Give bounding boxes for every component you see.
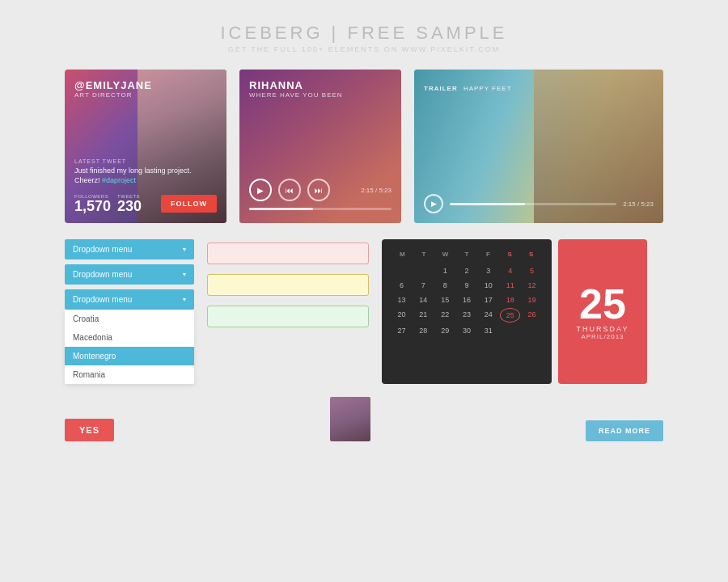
calendar-day[interactable]: 23 bbox=[457, 308, 477, 323]
avatar bbox=[330, 397, 370, 441]
calendar-day[interactable]: 29 bbox=[435, 324, 455, 337]
dropdown-item-croatia[interactable]: Croatia bbox=[65, 310, 194, 328]
read-more-button[interactable]: READ MORE bbox=[586, 420, 663, 441]
music-progress-bar bbox=[249, 208, 392, 210]
tweet-label: LATEST TWEET bbox=[74, 158, 217, 164]
tweets-value: 230 bbox=[117, 199, 142, 213]
calendar-day[interactable]: 12 bbox=[522, 279, 542, 292]
music-prev-button[interactable]: ⏮ bbox=[278, 179, 301, 201]
calendar-day[interactable]: 20 bbox=[392, 308, 412, 323]
music-artist: RIHANNA bbox=[249, 79, 392, 91]
dropdown-button-1[interactable]: Dropdown menu ▾ bbox=[65, 239, 194, 259]
page-title: ICEBERG | FREE SAMPLE bbox=[0, 23, 728, 44]
music-song: WHERE HAVE YOU BEEN bbox=[249, 91, 392, 99]
music-controls: ▶ ⏮ ⏭ 2:15 / 5:23 bbox=[249, 179, 392, 201]
dropdown-label-3: Dropdown menu bbox=[73, 295, 132, 304]
calendar-day[interactable]: 8 bbox=[435, 279, 455, 292]
dropdown-label-2: Dropdown menu bbox=[73, 270, 132, 279]
calendar-day[interactable]: 3 bbox=[478, 264, 498, 277]
dropdown-menu: Croatia Macedonia Montenegro Romania bbox=[65, 310, 194, 384]
calendar-day[interactable]: 27 bbox=[392, 324, 412, 337]
profile-card: @EMILYJANE ART DIRECTOR LATEST TWEET Jus… bbox=[65, 70, 226, 223]
calendar-day[interactable]: 4 bbox=[500, 264, 520, 277]
calendar-day[interactable]: 9 bbox=[457, 279, 477, 292]
video-title: HAPPY FEET bbox=[463, 85, 512, 92]
date-month-year: APRIL/2013 bbox=[581, 333, 624, 340]
calendar-day[interactable]: 10 bbox=[478, 279, 498, 292]
calendar-day[interactable]: 1 bbox=[435, 264, 455, 277]
tweet-text: Just finished my long lasting project. C… bbox=[74, 166, 217, 186]
video-type: TRAILER bbox=[424, 85, 458, 92]
calendar-day[interactable]: 11 bbox=[500, 279, 520, 292]
calendar-day[interactable]: 28 bbox=[413, 324, 434, 337]
video-play-button[interactable]: ▶ bbox=[424, 194, 443, 213]
date-number: 25 bbox=[579, 283, 626, 325]
bottom-row: YES READ MORE bbox=[0, 384, 728, 441]
follow-button[interactable]: FOLLOW bbox=[161, 195, 217, 213]
cal-tue: T bbox=[413, 249, 435, 259]
calendar-day bbox=[500, 324, 520, 337]
calendar-grid: 1234567891011121314151617181920212223242… bbox=[392, 264, 542, 337]
date-day-name: THURSDAY bbox=[577, 325, 629, 333]
calendar-day[interactable]: 30 bbox=[457, 324, 477, 337]
dropdown-item-romania[interactable]: Romania bbox=[65, 365, 194, 384]
tweets-stat: TWEETS 230 bbox=[117, 194, 142, 213]
success-input[interactable] bbox=[207, 306, 369, 327]
calendar-day[interactable]: 24 bbox=[478, 308, 498, 323]
cal-thu: T bbox=[456, 249, 478, 259]
video-time: 2:15 / 5:23 bbox=[623, 200, 654, 208]
dropdown-button-2[interactable]: Dropdown menu ▾ bbox=[65, 264, 194, 285]
calendar-day[interactable]: 18 bbox=[500, 293, 520, 306]
lower-section: Dropdown menu ▾ Dropdown menu ▾ Dropdown… bbox=[0, 223, 728, 384]
video-controls: ▶ 2:15 / 5:23 bbox=[424, 194, 654, 213]
calendar-day[interactable]: 13 bbox=[392, 293, 412, 306]
dropdown-item-montenegro[interactable]: Montenegro bbox=[65, 347, 194, 365]
calendar-day[interactable]: 21 bbox=[413, 308, 434, 323]
calendar-day[interactable]: 6 bbox=[392, 279, 412, 292]
video-progress-bar bbox=[450, 203, 616, 205]
input-column bbox=[207, 239, 369, 384]
video-content: TRAILER HAPPY FEET ▶ 2:15 / 5:23 bbox=[414, 70, 663, 223]
header: ICEBERG | FREE SAMPLE GET THE FULL 100+ … bbox=[0, 0, 728, 61]
hashtag: #daproject bbox=[102, 176, 136, 184]
tweet-section: LATEST TWEET Just finished my long lasti… bbox=[74, 158, 217, 186]
date-display: 25 THURSDAY APRIL/2013 bbox=[558, 239, 647, 384]
music-play-button[interactable]: ▶ bbox=[249, 179, 272, 201]
cal-mon: M bbox=[392, 249, 413, 259]
dropdown-column: Dropdown menu ▾ Dropdown menu ▾ Dropdown… bbox=[65, 239, 194, 384]
profile-content: @EMILYJANE ART DIRECTOR LATEST TWEET Jus… bbox=[65, 70, 226, 223]
followers-stat: FOLLOWERS 1,570 bbox=[74, 194, 111, 213]
video-progress-fill bbox=[450, 203, 525, 205]
calendar-day[interactable]: 16 bbox=[457, 293, 477, 306]
calendar-day[interactable]: 15 bbox=[435, 293, 455, 306]
cal-wed: W bbox=[434, 249, 456, 259]
error-input[interactable] bbox=[207, 242, 369, 264]
cal-sun: S bbox=[520, 249, 542, 259]
calendar-day[interactable]: 19 bbox=[522, 293, 542, 306]
calendar-day[interactable]: 2 bbox=[457, 264, 477, 277]
calendar-day[interactable]: 7 bbox=[413, 279, 434, 292]
calendar-day bbox=[413, 264, 434, 277]
cal-sat: S bbox=[499, 249, 521, 259]
calendar-day[interactable]: 17 bbox=[478, 293, 498, 306]
yes-button[interactable]: YES bbox=[65, 419, 114, 441]
calendar-day[interactable]: 22 bbox=[435, 308, 455, 323]
music-time: 2:15 / 5:23 bbox=[361, 187, 392, 194]
calendar-widget: M T W T F S S 12345678910111213141516171… bbox=[382, 239, 552, 384]
profile-header: @EMILYJANE ART DIRECTOR bbox=[74, 79, 217, 99]
chevron-down-icon-3: ▾ bbox=[183, 296, 186, 303]
warning-input[interactable] bbox=[207, 274, 369, 296]
calendar-day[interactable]: 31 bbox=[478, 324, 498, 337]
music-next-button[interactable]: ⏭ bbox=[307, 179, 330, 201]
dropdown-button-3[interactable]: Dropdown menu ▾ bbox=[65, 289, 194, 310]
calendar-day[interactable]: 14 bbox=[413, 293, 434, 306]
profile-name: @EMILYJANE bbox=[74, 79, 217, 91]
music-progress-fill bbox=[249, 208, 313, 210]
cards-row: @EMILYJANE ART DIRECTOR LATEST TWEET Jus… bbox=[0, 70, 728, 223]
video-label: TRAILER HAPPY FEET bbox=[424, 85, 512, 92]
calendar-day[interactable]: 25 bbox=[500, 308, 520, 323]
calendar-header: M T W T F S S bbox=[392, 249, 542, 259]
calendar-day[interactable]: 5 bbox=[522, 264, 542, 277]
calendar-day[interactable]: 26 bbox=[522, 308, 542, 323]
dropdown-item-macedonia[interactable]: Macedonia bbox=[65, 328, 194, 347]
